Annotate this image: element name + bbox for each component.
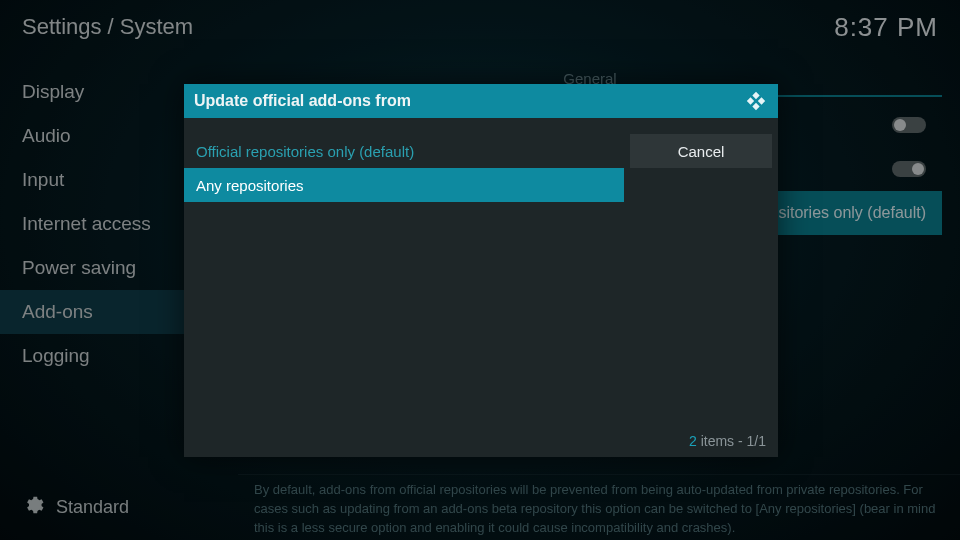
cancel-button[interactable]: Cancel bbox=[630, 134, 772, 168]
kodi-logo-icon bbox=[744, 90, 768, 112]
option-official-repos[interactable]: Official repositories only (default) bbox=[184, 134, 624, 168]
dialog-options: Official repositories only (default) Any… bbox=[184, 134, 624, 424]
dialog-title: Update official add-ons from bbox=[194, 92, 411, 110]
count-text: items - 1/1 bbox=[697, 433, 766, 449]
option-any-repos[interactable]: Any repositories bbox=[184, 168, 624, 202]
count-number: 2 bbox=[689, 433, 697, 449]
dialog-header: Update official add-ons from bbox=[184, 84, 778, 118]
dialog-update-addons-from: Update official add-ons from Official re… bbox=[184, 84, 778, 457]
dialog-item-count: 2 items - 1/1 bbox=[689, 433, 766, 449]
